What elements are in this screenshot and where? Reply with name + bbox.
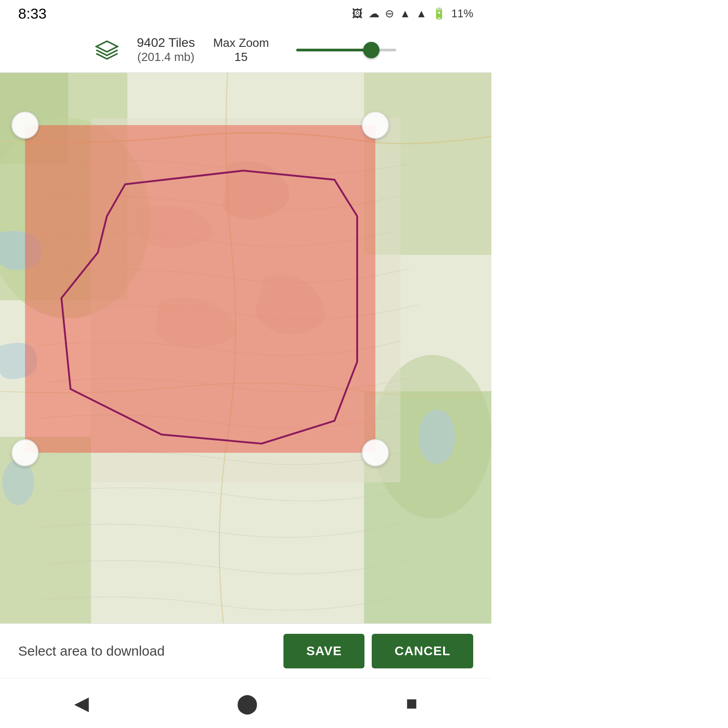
cloud-icon: ☁ xyxy=(369,7,379,20)
zoom-slider[interactable] xyxy=(296,49,396,51)
battery-icon: 🔋 xyxy=(432,7,446,20)
nav-bar: ◀ ⬤ ■ xyxy=(0,678,491,728)
map-container[interactable] xyxy=(0,73,491,678)
status-bar: 8:33 🖼 ☁ ⊖ ▲ ▲ 🔋 11% xyxy=(0,0,491,27)
status-time: 8:33 xyxy=(18,5,46,22)
layers-icon-wrap[interactable] xyxy=(95,38,119,62)
corner-handle-bl[interactable] xyxy=(11,439,39,466)
corner-handle-br[interactable] xyxy=(362,439,389,466)
status-icons: 🖼 ☁ ⊖ ▲ ▲ 🔋 11% xyxy=(352,7,473,20)
max-zoom-value: 15 xyxy=(234,50,248,64)
back-button[interactable]: ◀ xyxy=(74,692,89,714)
save-button[interactable]: SAVE xyxy=(283,634,364,668)
corner-handle-tr[interactable] xyxy=(362,111,389,139)
wifi-icon: ▲ xyxy=(399,7,410,20)
svg-point-10 xyxy=(419,410,455,464)
toolbar-info: 9402 Tiles (201.4 mb) xyxy=(137,35,195,64)
battery-percent: 11% xyxy=(451,7,473,20)
svg-marker-12 xyxy=(61,171,357,444)
svg-marker-0 xyxy=(96,41,117,51)
toolbar: 9402 Tiles (201.4 mb) Max Zoom 15 xyxy=(0,27,491,73)
signal-icon: ▲ xyxy=(416,7,427,20)
select-area-label: Select area to download xyxy=(18,643,165,659)
svg-point-11 xyxy=(2,460,34,505)
recents-button[interactable]: ■ xyxy=(406,693,417,714)
bottom-bar: Select area to download SAVE CANCEL xyxy=(0,623,491,678)
tiles-size: (201.4 mb) xyxy=(137,50,195,64)
selection-overlay[interactable] xyxy=(25,125,375,453)
selection-polygon-svg xyxy=(25,125,375,453)
tiles-count: 9402 Tiles xyxy=(137,35,195,50)
cancel-button[interactable]: CANCEL xyxy=(372,634,473,668)
max-zoom-label: Max Zoom xyxy=(213,36,269,50)
zoom-label: Max Zoom 15 xyxy=(213,36,269,64)
bottom-buttons: SAVE CANCEL xyxy=(283,634,473,668)
corner-handle-tl[interactable] xyxy=(11,111,39,139)
dnd-icon: ⊖ xyxy=(385,7,394,20)
photo-icon: 🖼 xyxy=(352,7,363,20)
home-button[interactable]: ⬤ xyxy=(237,692,258,714)
layers-icon xyxy=(95,38,119,62)
zoom-slider-wrap[interactable] xyxy=(296,49,396,51)
